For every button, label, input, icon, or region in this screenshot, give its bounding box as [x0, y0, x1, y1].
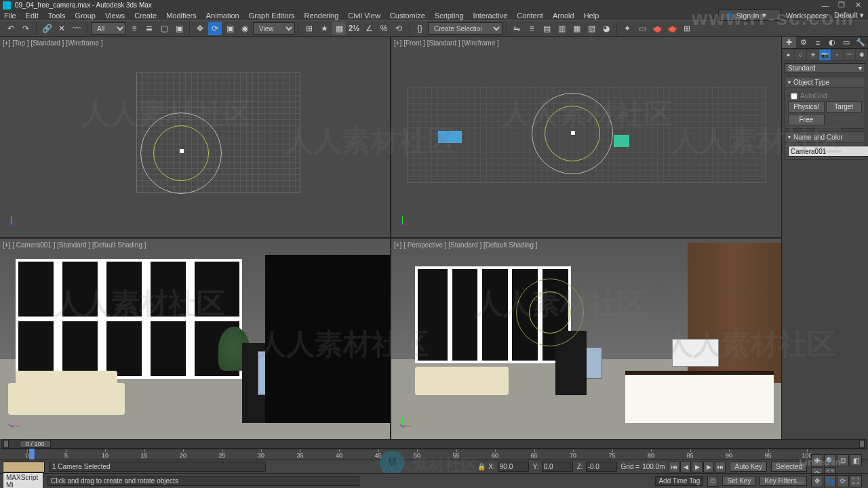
- goto-start-button[interactable]: ⏮: [669, 462, 679, 472]
- layers-button[interactable]: ▤: [540, 22, 553, 35]
- menu-views[interactable]: Views: [105, 12, 125, 20]
- redo-button[interactable]: ↷: [19, 22, 33, 35]
- menu-edit[interactable]: Edit: [26, 12, 39, 20]
- z-input[interactable]: [586, 462, 617, 472]
- utilities-tab[interactable]: 🔧: [854, 37, 868, 48]
- viewport-front[interactable]: [+] [Front ] [Standard ] [Wireframe ]: [391, 37, 781, 237]
- region-rect-button[interactable]: ▢: [157, 22, 171, 35]
- nav-orbit-button[interactable]: ⟳: [837, 475, 849, 487]
- menu-animation[interactable]: Animation: [206, 12, 239, 20]
- hierarchy-tab[interactable]: ≡: [810, 37, 825, 48]
- next-frame-button[interactable]: ▶: [703, 462, 714, 472]
- prev-frame-button[interactable]: ◀: [680, 462, 691, 472]
- object-type-rollout[interactable]: Object Type: [785, 77, 865, 88]
- move-button[interactable]: ✥: [193, 22, 207, 35]
- angle-snap-button[interactable]: ∠: [362, 22, 376, 35]
- render-frame-button[interactable]: ▭: [635, 22, 649, 35]
- viewport-top-label[interactable]: [+] [Top ] [Standard ] [Wireframe ]: [3, 39, 103, 47]
- helpers-subtab[interactable]: ▫: [831, 49, 843, 60]
- playhead[interactable]: [28, 448, 35, 460]
- timeline-ruler[interactable]: 0510152025303540455055606570758085909510…: [0, 449, 868, 460]
- ref-coord-dropdown[interactable]: View: [253, 22, 295, 35]
- x-input[interactable]: [498, 462, 529, 472]
- viewport-config-button[interactable]: ⊞: [680, 22, 694, 35]
- play-button[interactable]: ▶: [692, 462, 703, 472]
- autogrid-checkbox[interactable]: AutoGrid: [788, 91, 862, 101]
- material-editor-button[interactable]: ◕: [599, 22, 613, 35]
- menu-group[interactable]: Group: [75, 12, 96, 20]
- menu-create[interactable]: Create: [134, 12, 157, 20]
- nav-walk-button[interactable]: 👣: [824, 475, 836, 487]
- undo-button[interactable]: ↶: [4, 22, 18, 35]
- lights-subtab[interactable]: ☀: [807, 49, 818, 60]
- motion-tab[interactable]: ◐: [825, 37, 840, 48]
- named-selection-dropdown[interactable]: Create Selection Se: [428, 22, 502, 35]
- toggle-ribbon-button[interactable]: ▥: [555, 22, 568, 35]
- curve-editor-button[interactable]: ▦: [570, 22, 583, 35]
- fov-button[interactable]: ◧: [850, 454, 862, 466]
- cameras-subtab[interactable]: 📷: [819, 49, 831, 60]
- goto-end-button[interactable]: ⏭: [715, 462, 726, 472]
- set-key-button[interactable]: Set Key: [722, 476, 755, 486]
- render-production-button[interactable]: 🫖: [665, 22, 679, 35]
- geometry-subtab[interactable]: ●: [783, 49, 794, 60]
- schematic-view-button[interactable]: ▧: [585, 22, 598, 35]
- link-button[interactable]: 🔗: [40, 22, 54, 35]
- bind-spacewarp-button[interactable]: 〰: [70, 22, 83, 35]
- lock-icon[interactable]: 🔒: [477, 463, 486, 470]
- snap-2d-button[interactable]: 2½: [347, 22, 361, 35]
- menu-file[interactable]: File: [4, 12, 16, 20]
- target-camera-button[interactable]: Target: [826, 101, 863, 113]
- key-filters-button[interactable]: Key Filters...: [760, 476, 807, 486]
- menu-customize[interactable]: Customize: [390, 12, 425, 20]
- systems-subtab[interactable]: ✱: [856, 49, 867, 60]
- time-config-button[interactable]: ⏲: [707, 476, 718, 487]
- menu-graph-editors[interactable]: Graph Editors: [249, 12, 295, 20]
- edit-named-sel-button[interactable]: {}: [413, 22, 427, 35]
- y-input[interactable]: [542, 462, 573, 472]
- viewport-perspective-label[interactable]: [+] [ Perspective ] [Standard ] [Default…: [394, 241, 538, 249]
- viewport-front-label[interactable]: [+] [Front ] [Standard ] [Wireframe ]: [394, 39, 499, 47]
- keyboard-shortcut-toggle[interactable]: ▦: [332, 22, 346, 35]
- time-slider[interactable]: 0 / 100: [1, 439, 867, 449]
- maxscript-listener[interactable]: MAXScript Mi: [3, 472, 43, 489]
- maximize-button[interactable]: ❐: [834, 1, 849, 10]
- select-by-name-button[interactable]: ≣: [142, 22, 156, 35]
- nav-pan-button[interactable]: ✥: [811, 475, 823, 487]
- object-name-input[interactable]: [788, 146, 868, 157]
- menu-content[interactable]: Content: [517, 12, 543, 20]
- name-color-rollout[interactable]: Name and Color: [785, 131, 865, 143]
- selection-set-dropdown[interactable]: All: [91, 22, 126, 35]
- spinner-snap-button[interactable]: ⟲: [392, 22, 406, 35]
- window-crossing-button[interactable]: ▣: [172, 22, 186, 35]
- menu-help[interactable]: Help: [584, 12, 599, 20]
- free-camera-button[interactable]: Free: [788, 114, 825, 125]
- display-tab[interactable]: ▭: [840, 37, 854, 48]
- menu-scripting[interactable]: Scripting: [435, 12, 464, 20]
- auto-key-button[interactable]: Auto Key: [730, 462, 767, 472]
- time-tag-button[interactable]: Add Time Tag: [655, 476, 703, 486]
- percent-snap-button[interactable]: %: [377, 22, 391, 35]
- sign-in-button[interactable]: Sign In ▾: [718, 9, 780, 21]
- physical-camera-button[interactable]: Physical: [788, 101, 825, 113]
- viewport-camera-label[interactable]: [+] [ Camera001 ] [Standard ] [Default S…: [3, 241, 146, 249]
- menu-tools[interactable]: Tools: [48, 12, 66, 20]
- spacewarps-subtab[interactable]: 〰: [844, 49, 855, 60]
- workspace-dropdown[interactable]: Default ▾: [834, 11, 864, 20]
- render-setup-button[interactable]: ✦: [620, 22, 634, 35]
- align-button[interactable]: ≡: [525, 22, 538, 35]
- nav-max-button[interactable]: ⛶: [850, 475, 862, 487]
- menu-arnold[interactable]: Arnold: [553, 12, 574, 20]
- render-button[interactable]: 🫖: [650, 22, 664, 35]
- shapes-subtab[interactable]: ○: [795, 49, 806, 60]
- scale-button[interactable]: ▣: [223, 22, 237, 35]
- rotate-button[interactable]: ⟳: [208, 22, 222, 35]
- menu-rendering[interactable]: Rendering: [304, 12, 339, 20]
- select-filter-button[interactable]: ≡: [127, 22, 141, 35]
- unlink-button[interactable]: ✕: [55, 22, 68, 35]
- create-tab[interactable]: ✚: [782, 37, 796, 48]
- manipulate-button[interactable]: ★: [317, 22, 331, 35]
- modify-tab[interactable]: ⚙: [796, 37, 810, 48]
- category-dropdown[interactable]: Standard▾: [785, 63, 865, 73]
- viewport-top[interactable]: [+] [Top ] [Standard ] [Wireframe ]: [0, 37, 390, 237]
